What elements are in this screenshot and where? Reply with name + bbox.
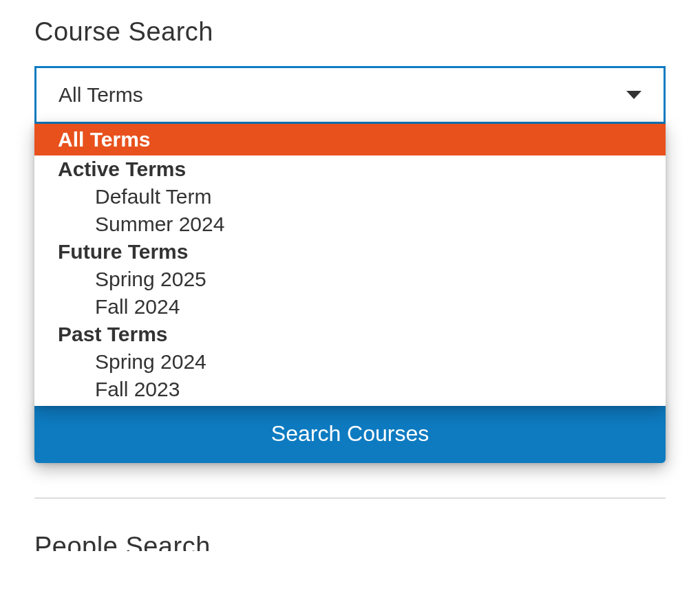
dropdown-group-future: Future Terms (34, 238, 666, 266)
search-courses-button[interactable]: Search Courses (34, 405, 666, 463)
term-select[interactable]: All Terms (34, 66, 666, 124)
dropdown-group-active: Active Terms (34, 155, 666, 183)
dropdown-option-spring-2024[interactable]: Spring 2024 (34, 348, 666, 376)
dropdown-option-default-term[interactable]: Default Term (34, 183, 666, 211)
dropdown-option-fall-2024[interactable]: Fall 2024 (34, 293, 666, 321)
term-select-container: All Terms All Terms Active Terms Default… (34, 66, 666, 463)
term-select-value: All Terms (59, 83, 143, 107)
section-divider (34, 497, 666, 499)
dropdown-group-past: Past Terms (34, 321, 666, 348)
dropdown-option-summer-2024[interactable]: Summer 2024 (34, 211, 666, 238)
dropdown-option-spring-2025[interactable]: Spring 2025 (34, 266, 666, 293)
dropdown-option-all-terms[interactable]: All Terms (34, 124, 666, 155)
people-search-heading: People Search (34, 532, 666, 551)
dropdown-option-fall-2023[interactable]: Fall 2023 (34, 376, 666, 403)
course-search-heading: Course Search (34, 17, 666, 47)
caret-down-icon (626, 91, 641, 99)
term-dropdown: All Terms Active Terms Default Term Summ… (34, 124, 666, 406)
